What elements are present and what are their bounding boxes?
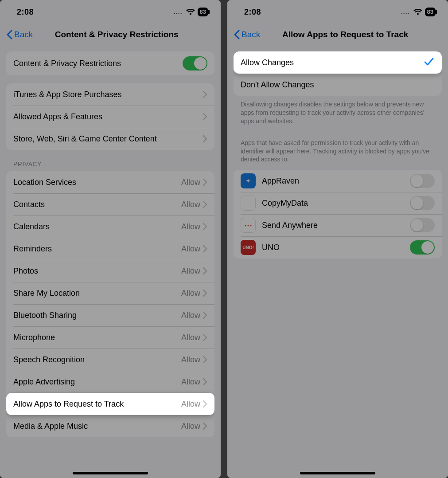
footer-text-2: Apps that have asked for permission to t… [241, 139, 435, 164]
privacy-row-media-apple-music[interactable]: Media & Apple MusicAllow [6, 415, 214, 437]
row-value: Allow [181, 200, 200, 209]
app-toggle-switch[interactable] [410, 240, 435, 255]
row-label: Microphone [13, 333, 181, 342]
nav-bar: Back Allow Apps to Request to Track [227, 24, 448, 45]
battery-icon: 83 [198, 8, 208, 16]
row-label: Calendars [13, 222, 181, 231]
app-icon-appraven: ✦ [241, 173, 256, 188]
privacy-row-photos[interactable]: PhotosAllow [6, 260, 214, 282]
settings-row-allowed-apps-features[interactable]: Allowed Apps & Features [6, 106, 214, 128]
settings-row-store-web-siri-game-center-content[interactable]: Store, Web, Siri & Game Center Content [6, 128, 214, 150]
master-toggle-label: Content & Privacy Restrictions [13, 59, 183, 68]
chevron-right-icon [203, 378, 207, 385]
app-row-uno[interactable]: UNO!UNO [234, 236, 442, 259]
app-toggle-switch[interactable] [410, 218, 435, 232]
chevron-right-icon [203, 267, 207, 274]
app-icon-copymydata: ⇄ [241, 196, 256, 211]
row-value: Allow [181, 178, 200, 187]
chevron-right-icon [203, 135, 207, 142]
privacy-row-location-services[interactable]: Location ServicesAllow [6, 171, 214, 193]
row-value: Allow [181, 333, 200, 342]
option-label: Don't Allow Changes [241, 80, 435, 90]
chevron-right-icon [203, 201, 207, 208]
page-title: Allow Apps to Request to Track [249, 30, 442, 39]
row-label: Contacts [13, 200, 181, 209]
option-label: Allow Changes [241, 58, 424, 67]
row-value: Allow [181, 422, 200, 431]
app-row-send-anywhere[interactable]: ⋯Send Anywhere [234, 214, 442, 236]
row-label: Reminders [13, 244, 181, 254]
chevron-left-icon [6, 30, 13, 39]
screenshot-right: 2:08 .... 83 Back Allow Apps to Request … [227, 0, 448, 478]
option-row-allow-changes[interactable]: Allow Changes [234, 51, 442, 74]
checkmark-icon [424, 57, 434, 68]
app-icon-uno: UNO! [241, 240, 256, 255]
privacy-row-reminders[interactable]: RemindersAllow [6, 238, 214, 260]
home-indicator [73, 472, 148, 474]
app-label: UNO [262, 243, 410, 252]
footer-text-1: Disallowing changes disables the setting… [241, 100, 435, 125]
app-label: Send Anywhere [262, 221, 410, 230]
app-label: CopyMyData [262, 199, 410, 208]
row-label: Location Services [13, 178, 181, 187]
privacy-row-speech-recognition[interactable]: Speech RecognitionAllow [6, 349, 214, 371]
row-label: Bluetooth Sharing [13, 311, 181, 320]
privacy-row-contacts[interactable]: ContactsAllow [6, 193, 214, 215]
row-value: Allow [181, 311, 200, 320]
row-label: Share My Location [13, 289, 181, 298]
page-title: Content & Privacy Restrictions [19, 30, 214, 39]
screenshot-left: 2:08 .... 83 Back Content & Privacy Rest… [0, 0, 221, 478]
chevron-right-icon [203, 356, 207, 363]
chevron-right-icon [203, 91, 207, 98]
cellular-dots-icon: .... [401, 8, 410, 16]
chevron-right-icon [203, 113, 207, 120]
row-label: iTunes & App Store Purchases [13, 90, 203, 99]
row-label: Photos [13, 266, 181, 276]
home-indicator [300, 472, 375, 474]
row-value: Allow [181, 222, 200, 231]
app-label: AppRaven [262, 176, 410, 186]
master-toggle-switch[interactable] [183, 56, 207, 71]
row-label: Media & Apple Music [13, 422, 181, 431]
chevron-right-icon [203, 223, 207, 230]
chevron-right-icon [203, 312, 207, 319]
row-label: Speech Recognition [13, 355, 181, 364]
app-row-appraven[interactable]: ✦AppRaven [234, 170, 442, 192]
privacy-row-apple-advertising[interactable]: Apple AdvertisingAllow [6, 371, 214, 393]
row-label: Store, Web, Siri & Game Center Content [13, 134, 203, 144]
option-row-don-t-allow-changes[interactable]: Don't Allow Changes [234, 74, 442, 96]
chevron-right-icon [203, 334, 207, 341]
status-bar: 2:08 .... 83 [0, 0, 221, 24]
chevron-right-icon [203, 423, 207, 430]
status-time: 2:08 [17, 8, 34, 17]
privacy-row-bluetooth-sharing[interactable]: Bluetooth SharingAllow [6, 304, 214, 326]
row-value: Allow [181, 266, 200, 276]
row-label: Allowed Apps & Features [13, 112, 203, 121]
battery-icon: 83 [425, 8, 436, 16]
app-toggle-switch[interactable] [410, 196, 435, 210]
chevron-right-icon [203, 290, 207, 297]
row-value: Allow [181, 400, 200, 409]
privacy-row-calendars[interactable]: CalendarsAllow [6, 215, 214, 238]
row-value: Allow [181, 244, 200, 254]
privacy-row-microphone[interactable]: MicrophoneAllow [6, 326, 214, 349]
row-label: Allow Apps to Request to Track [13, 400, 181, 409]
app-toggle-switch[interactable] [410, 174, 435, 188]
privacy-header: PRIVACY [13, 161, 207, 168]
status-bar: 2:08 .... 83 [227, 0, 448, 24]
chevron-right-icon [203, 179, 207, 186]
privacy-row-allow-apps-to-request-to-track[interactable]: Allow Apps to Request to TrackAllow [6, 393, 214, 415]
privacy-row-share-my-location[interactable]: Share My LocationAllow [6, 282, 214, 304]
row-label: Apple Advertising [13, 377, 181, 387]
chevron-right-icon [203, 245, 207, 252]
app-icon-sendanywhere: ⋯ [241, 218, 256, 233]
cellular-dots-icon: .... [174, 8, 183, 16]
chevron-right-icon [203, 400, 207, 407]
row-value: Allow [181, 355, 200, 364]
settings-row-itunes-app-store-purchases[interactable]: iTunes & App Store Purchases [6, 83, 214, 106]
row-value: Allow [181, 377, 200, 387]
nav-bar: Back Content & Privacy Restrictions [0, 24, 221, 45]
master-toggle-row[interactable]: Content & Privacy Restrictions [6, 51, 214, 75]
chevron-left-icon [234, 30, 241, 39]
app-row-copymydata[interactable]: ⇄CopyMyData [234, 192, 442, 214]
